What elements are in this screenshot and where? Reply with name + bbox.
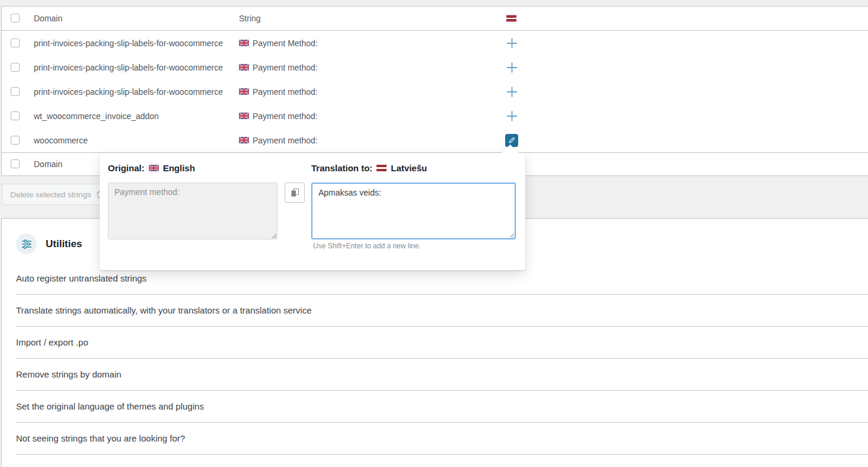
row-string-text: Payment Method:: [253, 39, 318, 48]
table-row: print-invoices-packing-slip-labels-for-w…: [2, 55, 868, 79]
original-label-row: Original: English: [108, 163, 195, 173]
utilities-icon: [21, 238, 33, 250]
row-string: Payment method:: [239, 111, 318, 121]
english-flag-icon: [239, 40, 249, 46]
row-string: Payment method:: [239, 87, 318, 97]
utility-item-remove-strings[interactable]: Remove strings by domain: [16, 358, 868, 390]
row-string: Payment Method:: [239, 39, 318, 48]
row-checkbox[interactable]: [11, 87, 20, 96]
utility-item-translate-user-properties[interactable]: Translate User properties: [16, 454, 868, 467]
row-checkbox[interactable]: [11, 63, 20, 72]
table-header-row: Domain String: [2, 7, 868, 31]
latvian-flag-icon: [376, 165, 387, 171]
original-string-textarea: Payment method:: [108, 183, 277, 239]
translation-label-row: Translation to: Latviešu: [311, 163, 427, 173]
table-row-active: woocommerce Payment method:: [2, 128, 868, 152]
english-flag-icon: [239, 64, 249, 71]
row-string-text: Payment method:: [253, 136, 318, 145]
domain-column-footer: Domain: [34, 159, 62, 169]
add-translation-button[interactable]: [506, 61, 518, 73]
copy-original-button[interactable]: [285, 183, 305, 203]
select-all-checkbox[interactable]: [11, 159, 20, 168]
table-row: wt_woocommerce_invoice_addon Payment met…: [2, 104, 868, 128]
row-domain: print-invoices-packing-slip-labels-for-w…: [34, 63, 223, 72]
utility-item-import-export-po[interactable]: Import / export .po: [16, 326, 868, 358]
add-translation-icon: [506, 110, 518, 122]
select-all-checkbox[interactable]: [11, 14, 20, 23]
row-domain: wt_woocommerce_invoice_addon: [34, 111, 159, 121]
row-domain: print-invoices-packing-slip-labels-for-w…: [34, 39, 223, 48]
edit-translation-button[interactable]: [505, 134, 518, 147]
utility-item-translate-automatically[interactable]: Translate strings automatically, with yo…: [16, 294, 868, 326]
english-flag-icon: [239, 88, 249, 95]
english-flag-icon: [239, 137, 249, 143]
latvian-flag-icon: [506, 15, 516, 22]
add-translation-icon: [506, 61, 518, 73]
utilities-icon-circle: [16, 234, 37, 254]
delete-selected-strings-button[interactable]: Delete selected strings: [2, 184, 112, 205]
add-translation-button[interactable]: [506, 37, 518, 49]
translation-language-label: Latviešu: [391, 163, 427, 173]
row-checkbox[interactable]: [11, 111, 20, 120]
row-domain: print-invoices-packing-slip-labels-for-w…: [34, 87, 223, 97]
strings-table: Domain String print-invoices-packing-sli…: [1, 6, 868, 176]
delete-selected-label: Delete selected strings: [10, 190, 91, 199]
table-row: print-invoices-packing-slip-labels-for-w…: [2, 79, 868, 104]
translation-editor-popover: Original: English Translation to: Latvie…: [100, 153, 525, 270]
english-flag-icon: [149, 165, 159, 171]
row-string: Payment method:: [239, 63, 318, 72]
add-translation-icon: [506, 37, 518, 49]
english-flag-icon: [239, 113, 249, 119]
string-translation-screen: Domain String print-invoices-packing-sli…: [0, 0, 868, 467]
row-checkbox[interactable]: [11, 136, 20, 145]
copy-icon: [291, 188, 299, 197]
domain-column-header: Domain: [34, 14, 62, 23]
utilities-title: Utilities: [46, 238, 82, 250]
row-domain: woocommerce: [34, 136, 88, 145]
translation-to-label: Translation to:: [311, 163, 372, 173]
utility-item-not-seeing-strings[interactable]: Not seeing strings that you are looking …: [16, 422, 868, 454]
string-column-header: String: [239, 14, 261, 23]
row-string: Payment method:: [239, 136, 318, 145]
row-string-text: Payment method:: [253, 63, 318, 72]
add-translation-button[interactable]: [506, 110, 518, 122]
add-translation-icon: [506, 85, 518, 98]
utility-item-set-original-language[interactable]: Set the original language of themes and …: [16, 390, 868, 422]
original-label: Original:: [108, 163, 145, 173]
add-translation-button[interactable]: [506, 85, 518, 98]
shift-enter-hint: Use Shift+Enter to add a new line.: [313, 242, 421, 250]
row-string-text: Payment method:: [253, 111, 318, 121]
original-language-label: English: [163, 163, 195, 173]
row-string-text: Payment method:: [253, 87, 318, 97]
row-checkbox[interactable]: [11, 39, 20, 47]
table-row: print-invoices-packing-slip-labels-for-w…: [2, 31, 868, 55]
translation-textarea[interactable]: Apmaksas veids:: [311, 183, 516, 239]
edit-translation-icon: [508, 136, 516, 144]
